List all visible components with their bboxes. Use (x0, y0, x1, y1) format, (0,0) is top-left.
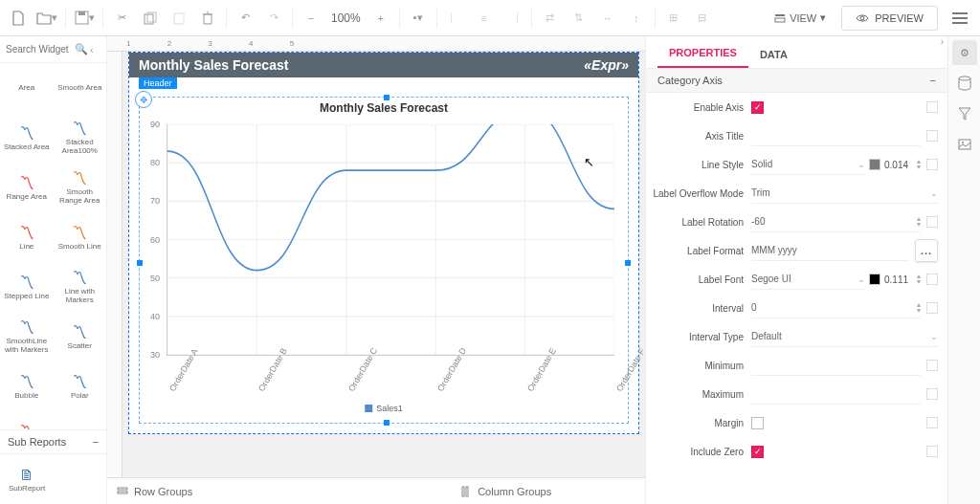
label-axis-title: Axis Title (646, 131, 751, 142)
cut-icon[interactable]: ✂ (107, 4, 136, 33)
preview-label: PREVIEW (875, 12, 924, 24)
fx-icon[interactable] (926, 446, 938, 457)
menu-icon[interactable] (944, 12, 976, 24)
input-axis-title[interactable] (751, 130, 818, 141)
value-interval[interactable]: 0 (751, 302, 757, 313)
dist-h-icon: ⇄ (536, 4, 565, 33)
checkbox-enable-axis[interactable]: ✓ (751, 101, 764, 114)
row-groups[interactable]: Row Groups (117, 486, 192, 497)
search-icon[interactable]: 🔍 (75, 43, 90, 55)
component-header[interactable]: Monthly Sales Forecast «Expr» (129, 53, 638, 77)
chevron-down-icon[interactable]: ⌄ (930, 188, 938, 198)
stepper-icon[interactable]: ▴▾ (917, 159, 921, 170)
preview-button[interactable]: PREVIEW (841, 6, 938, 31)
undo-icon[interactable]: ↶ (231, 4, 259, 33)
input-maximum[interactable] (751, 388, 818, 399)
open-folder-icon[interactable]: ▾ (33, 4, 61, 33)
widget-smooth-range-area[interactable]: 〽Smooth Range Area (54, 163, 107, 212)
fx-icon[interactable] (926, 274, 938, 285)
label-interval-type: Interval Type (646, 332, 751, 342)
widget-subreport[interactable]: 🗎SubReport (0, 454, 54, 504)
subreports-header[interactable]: Sub Reports− (0, 429, 106, 454)
widget-smooth-line[interactable]: 〽Smooth Line (54, 212, 107, 262)
search-input[interactable] (0, 40, 75, 58)
chart-component[interactable]: Monthly Sales Forecast «Expr» Header ✥ M… (128, 52, 639, 434)
font-color-swatch[interactable] (869, 274, 880, 285)
move-handle-icon[interactable]: ✥ (135, 91, 152, 108)
delete-icon[interactable] (193, 4, 222, 33)
svg-rect-1 (78, 11, 85, 15)
filter-icon[interactable] (952, 101, 977, 126)
chart-icon: 〽 (72, 224, 87, 243)
fx-icon[interactable] (926, 159, 938, 170)
widget-line[interactable]: 〽Line (0, 212, 54, 262)
label-rotation: Label Rotation (646, 217, 751, 228)
fx-icon[interactable] (926, 417, 938, 428)
panel-collapse-icon[interactable]: › (941, 36, 944, 47)
section-category-axis[interactable]: Category Axis− (646, 69, 947, 93)
value-format[interactable]: MMM yyyy (751, 245, 797, 255)
widget-line-with-markers[interactable]: 〽Line with Markers (54, 262, 107, 312)
chart-box[interactable]: Monthly Sales Forecast 30405060708090Ord… (139, 97, 629, 424)
fx-icon[interactable] (926, 388, 938, 400)
column-groups[interactable]: Column Groups (460, 486, 551, 497)
value-rotation[interactable]: -60 (751, 216, 765, 227)
legend-swatch (365, 405, 372, 412)
widget-stacked-area[interactable]: 〽Stacked Area (0, 113, 54, 163)
zoom-level[interactable]: 100% (331, 11, 361, 25)
font-size[interactable]: 0.111 (884, 274, 917, 285)
align-dropdown-icon[interactable]: ▪▾ (404, 4, 433, 33)
checkbox-margin[interactable] (751, 417, 764, 429)
zoom-out-icon[interactable]: − (297, 4, 325, 33)
widget-smootharea-partial[interactable]: Smooth Area (54, 63, 107, 113)
view-dropdown[interactable]: VIEW ▾ (765, 6, 835, 30)
fx-icon[interactable] (926, 360, 938, 371)
database-icon[interactable] (952, 71, 977, 96)
widget-polar[interactable]: 〽Polar (54, 362, 107, 411)
widget-radar[interactable]: 〽Radar (0, 411, 54, 429)
save-icon[interactable]: ▾ (70, 4, 99, 33)
widget-stepped-line[interactable]: 〽Stepped Line (0, 262, 54, 312)
tab-properties[interactable]: PROPERTIES (657, 39, 748, 68)
zoom-in-icon[interactable]: + (367, 4, 395, 33)
right-rail: ⚙ (947, 36, 980, 504)
chevron-down-icon[interactable]: ⌄ (858, 160, 865, 169)
widget-scatter[interactable]: 〽Scatter (54, 312, 107, 362)
value-font[interactable]: Segoe UI (751, 274, 791, 284)
resize-handle-bottom[interactable] (384, 420, 390, 426)
widget-stacked-area100%[interactable]: 〽Stacked Area100% (54, 113, 107, 163)
stepper-icon[interactable]: ▴▾ (917, 274, 921, 285)
stepper-icon[interactable]: ▴▾ (917, 216, 921, 228)
fx-icon[interactable] (926, 130, 938, 142)
image-icon[interactable] (952, 132, 977, 157)
component-expr[interactable]: «Expr» (584, 57, 629, 73)
chevron-down-icon[interactable]: ⌄ (930, 332, 938, 341)
tab-data[interactable]: DATA (748, 41, 799, 68)
value-overflow[interactable]: Trim (751, 187, 770, 198)
label-margin: Margin (646, 418, 751, 428)
line-color-swatch[interactable] (869, 159, 880, 170)
more-icon[interactable]: ... (915, 239, 938, 262)
fx-icon[interactable] (926, 101, 938, 113)
new-file-icon[interactable] (4, 4, 33, 33)
resize-handle-right[interactable] (625, 260, 631, 266)
widget-smoothline-with-markers[interactable]: 〽SmoothLine with Markers (0, 312, 54, 362)
line-width[interactable]: 0.014 (884, 160, 917, 170)
widget-area-partial[interactable]: Area (0, 63, 54, 113)
widget-range-area[interactable]: 〽Range Area (0, 163, 54, 212)
resize-handle-left[interactable] (137, 260, 143, 266)
chevron-down-icon[interactable]: ⌄ (858, 274, 865, 284)
checkbox-include-zero[interactable]: ✓ (751, 446, 764, 458)
fx-icon[interactable] (926, 216, 938, 228)
value-interval-type[interactable]: Default (751, 331, 782, 341)
widget-bubble[interactable]: 〽Bubble (0, 362, 54, 411)
chart-icon: 〽 (19, 124, 34, 143)
gear-icon[interactable]: ⚙ (952, 40, 977, 65)
input-minimum[interactable] (751, 360, 818, 370)
collapse-icon[interactable]: ‹ (90, 44, 103, 55)
stepper-icon[interactable]: ▴▾ (917, 302, 921, 314)
fx-icon[interactable] (926, 302, 938, 314)
value-line-style[interactable]: Solid (751, 159, 772, 169)
resize-handle-top[interactable] (384, 95, 390, 100)
copy-icon[interactable] (136, 4, 165, 33)
